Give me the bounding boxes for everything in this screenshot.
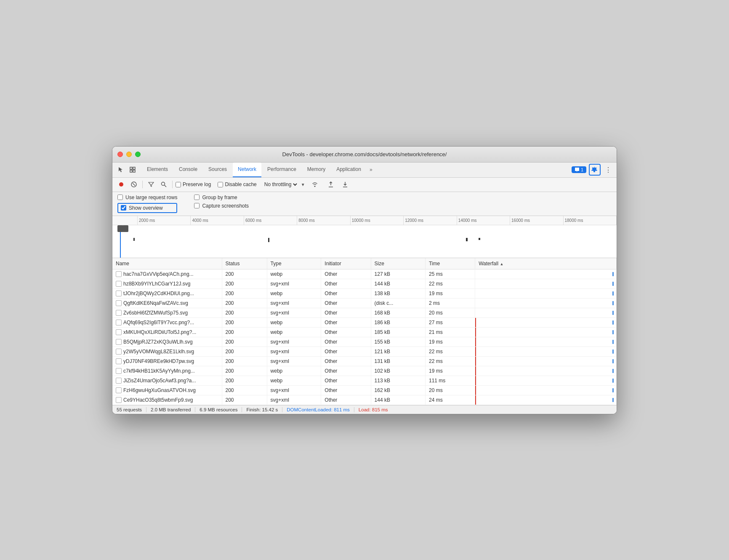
show-overview-checkbox[interactable] bbox=[121, 205, 126, 211]
cell-type: webp bbox=[267, 327, 321, 337]
timeline-overview[interactable]: 2000 ms 4000 ms 6000 ms 8000 ms 10000 ms… bbox=[112, 216, 617, 258]
cursor-icon[interactable] bbox=[116, 165, 126, 175]
throttle-select[interactable]: No throttling bbox=[263, 181, 298, 188]
filter-button[interactable] bbox=[146, 179, 157, 190]
col-initiator[interactable]: Initiator bbox=[321, 258, 371, 269]
use-large-rows-checkbox[interactable] bbox=[117, 195, 123, 200]
col-time[interactable]: Time bbox=[425, 258, 475, 269]
table-row[interactable]: hac7na7GxVVip5eq/ACh.png... 200 webp Oth… bbox=[112, 269, 617, 279]
tab-performance[interactable]: Performance bbox=[262, 163, 301, 177]
cell-time: 22 ms bbox=[425, 347, 475, 356]
network-table-container[interactable]: Name Status Type Initiator Size Time Wat… bbox=[112, 258, 617, 405]
cell-initiator: Other bbox=[321, 317, 371, 327]
waterfall-bar bbox=[612, 311, 614, 315]
cell-name: tJOhr2jBQWy2CdKHDlUl.png... bbox=[112, 288, 222, 298]
cell-waterfall bbox=[475, 356, 617, 366]
waterfall-red-line bbox=[475, 347, 476, 356]
tab-console[interactable]: Console bbox=[174, 163, 202, 177]
tab-elements[interactable]: Elements bbox=[142, 163, 173, 177]
cell-type: svg+xml bbox=[267, 308, 321, 317]
download-button[interactable] bbox=[340, 179, 351, 190]
disable-cache-checkbox-group[interactable]: Disable cache bbox=[218, 181, 256, 187]
cell-waterfall bbox=[475, 308, 617, 317]
disable-cache-checkbox[interactable] bbox=[218, 182, 223, 187]
status-dom-content-loaded: DOMContentLoaded: 811 ms bbox=[282, 407, 354, 412]
table-row[interactable]: Ce9YHacO35q8t5wbmFp9.svg 200 svg+xml Oth… bbox=[112, 395, 617, 405]
table-row[interactable]: JiZisZ4UmarOjo5cAwf3.png?a... 200 webp O… bbox=[112, 376, 617, 385]
cell-status: 200 bbox=[222, 317, 267, 327]
col-size[interactable]: Size bbox=[371, 258, 425, 269]
show-overview-item[interactable]: Show overview bbox=[121, 205, 163, 211]
timeline-handle-right[interactable] bbox=[122, 225, 128, 232]
timeline-content[interactable] bbox=[112, 225, 617, 258]
status-transferred: 2.0 MB transferred bbox=[146, 407, 195, 412]
tab-network[interactable]: Network bbox=[233, 163, 261, 177]
col-type[interactable]: Type bbox=[267, 258, 321, 269]
settings-left: Use large request rows Show overview bbox=[117, 195, 177, 213]
cell-type: svg+xml bbox=[267, 385, 321, 395]
cell-size: 162 kB bbox=[371, 385, 425, 395]
col-status[interactable]: Status bbox=[222, 258, 267, 269]
use-large-rows-item[interactable]: Use large request rows bbox=[117, 195, 177, 200]
tab-sources[interactable]: Sources bbox=[203, 163, 232, 177]
maximize-button[interactable] bbox=[135, 152, 141, 157]
cell-name: c7kf94kHB11kK5AyYyMn.png... bbox=[112, 366, 222, 376]
capture-screenshots-item[interactable]: Capture screenshots bbox=[194, 203, 249, 209]
more-options-button[interactable]: ⋮ bbox=[603, 165, 613, 175]
table-row[interactable]: FzH6gwuHgXuGnasATVOH.svg 200 svg+xml Oth… bbox=[112, 385, 617, 395]
capture-screenshots-checkbox[interactable] bbox=[194, 203, 200, 208]
tab-memory[interactable]: Memory bbox=[302, 163, 330, 177]
col-waterfall[interactable]: Waterfall ▲ bbox=[475, 258, 617, 269]
file-icon bbox=[116, 310, 122, 316]
settings-panel: Use large request rows Show overview Gro… bbox=[112, 192, 617, 216]
waterfall-bar bbox=[612, 398, 614, 402]
preserve-log-checkbox[interactable] bbox=[176, 182, 181, 187]
more-tabs-button[interactable]: » bbox=[367, 165, 375, 174]
table-row[interactable]: Zv6sbHi6fZfZMWufSp75.svg 200 svg+xml Oth… bbox=[112, 308, 617, 317]
cell-waterfall bbox=[475, 347, 617, 356]
tab-application[interactable]: Application bbox=[331, 163, 366, 177]
table-row[interactable]: tJOhr2jBQWy2CdKHDlUl.png... 200 webp Oth… bbox=[112, 288, 617, 298]
search-button[interactable] bbox=[158, 179, 169, 190]
col-name[interactable]: Name bbox=[112, 258, 222, 269]
table-row[interactable]: xMKUHQxXLiRDiiUTol5J.png?... 200 webp Ot… bbox=[112, 327, 617, 337]
waterfall-red-line bbox=[475, 386, 476, 395]
table-row[interactable]: hz8BXb9YIYLhCGarY12J.svg 200 svg+xml Oth… bbox=[112, 279, 617, 288]
table-row[interactable]: B5QMjpRJZ72xKQ3uWLlh.svg 200 svg+xml Oth… bbox=[112, 337, 617, 347]
clear-button[interactable] bbox=[128, 179, 139, 190]
file-icon bbox=[116, 271, 122, 277]
inspect-icon[interactable] bbox=[128, 165, 138, 175]
waterfall-bar bbox=[612, 272, 614, 276]
table-row[interactable]: AQfq69qS2Ig6lT9Y7vcc.png?... 200 webp Ot… bbox=[112, 317, 617, 327]
table-row[interactable]: y2W5yVOMWqgL8ZE1Lklh.svg 200 svg+xml Oth… bbox=[112, 347, 617, 356]
settings-button[interactable] bbox=[589, 164, 601, 176]
cell-name: xMKUHQxXLiRDiiUTol5J.png?... bbox=[112, 327, 222, 337]
cell-initiator: Other bbox=[321, 308, 371, 317]
cell-initiator: Other bbox=[321, 376, 371, 385]
chat-badge[interactable]: 1 bbox=[572, 166, 586, 173]
table-row[interactable]: c7kf94kHB11kK5AyYyMn.png... 200 webp Oth… bbox=[112, 366, 617, 376]
status-load: Load: 815 ms bbox=[354, 407, 392, 412]
table-row[interactable]: QgftKdlKE6NqaFwlZAVc.svg 200 svg+xml Oth… bbox=[112, 298, 617, 308]
cell-waterfall bbox=[475, 298, 617, 308]
close-button[interactable] bbox=[117, 152, 123, 157]
waterfall-bar bbox=[612, 291, 614, 296]
file-icon bbox=[116, 320, 122, 325]
cell-name: B5QMjpRJZ72xKQ3uWLlh.svg bbox=[112, 337, 222, 347]
table-row[interactable]: yDJ70NF49BREe9kHD7pw.svg 200 svg+xml Oth… bbox=[112, 356, 617, 366]
cell-initiator: Other bbox=[321, 288, 371, 298]
group-by-frame-checkbox[interactable] bbox=[194, 195, 200, 200]
cell-name: hz8BXb9YIYLhCGarY12J.svg bbox=[112, 279, 222, 288]
wifi-icon[interactable] bbox=[309, 179, 320, 190]
file-icon bbox=[116, 397, 122, 403]
record-button[interactable] bbox=[116, 179, 127, 190]
cell-size: 186 kB bbox=[371, 317, 425, 327]
group-by-frame-item[interactable]: Group by frame bbox=[194, 195, 249, 200]
minimize-button[interactable] bbox=[126, 152, 132, 157]
upload-button[interactable] bbox=[325, 179, 336, 190]
cell-name: FzH6gwuHgXuGnasATVOH.svg bbox=[112, 385, 222, 395]
ruler-tick-3: 6000 ms bbox=[244, 216, 297, 225]
waterfall-red-line bbox=[475, 357, 476, 366]
preserve-log-checkbox-group[interactable]: Preserve log bbox=[176, 181, 211, 187]
window-title: DevTools - developer.chrome.com/docs/dev… bbox=[282, 151, 447, 157]
